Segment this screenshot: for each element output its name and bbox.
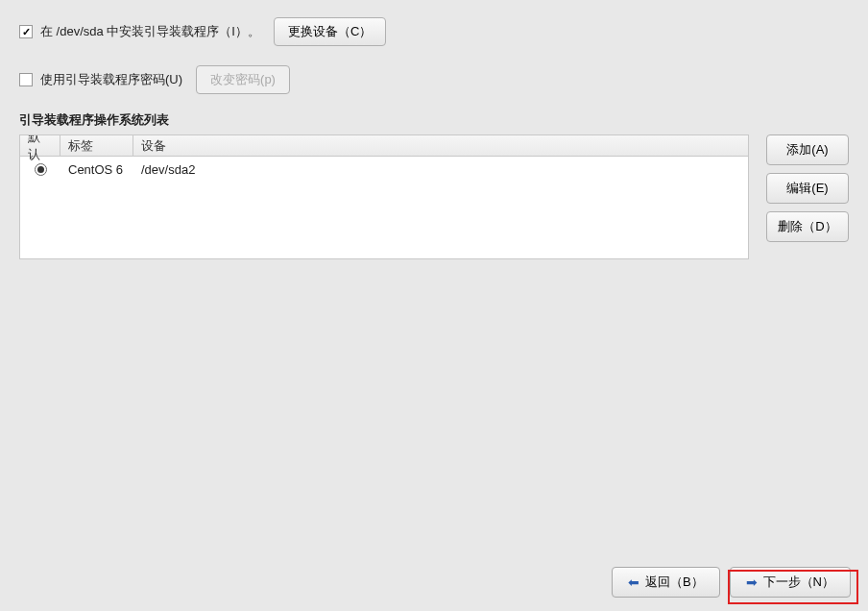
back-label: 返回（B） <box>645 574 704 591</box>
th-label[interactable]: 标签 <box>60 135 133 156</box>
arrow-left-icon: ⬅ <box>628 574 639 590</box>
os-list-title: 引导装载程序操作系统列表 <box>19 111 849 129</box>
checkbox-icon <box>19 25 33 38</box>
change-device-button[interactable]: 更换设备（C） <box>274 17 386 46</box>
next-button[interactable]: ➡ 下一步（N） <box>730 567 851 598</box>
install-bootloader-checkbox[interactable]: 在 /dev/sda 中安装引导装载程序（I）。 <box>19 23 260 40</box>
row-label: CentOS 6 <box>60 162 133 177</box>
use-password-checkbox[interactable]: 使用引导装载程序密码(U) <box>19 71 182 88</box>
delete-button[interactable]: 删除（D） <box>766 211 849 242</box>
th-default[interactable]: 默认 <box>20 135 60 156</box>
back-button[interactable]: ⬅ 返回（B） <box>612 567 720 598</box>
arrow-right-icon: ➡ <box>746 574 758 590</box>
row-device: /dev/sda2 <box>133 162 203 177</box>
next-label: 下一步（N） <box>763 574 834 591</box>
use-password-label: 使用引导装载程序密码(U) <box>40 71 182 88</box>
change-password-button: 改变密码(p) <box>196 65 290 94</box>
add-button[interactable]: 添加(A) <box>766 134 849 165</box>
checkbox-icon <box>19 73 33 86</box>
th-device[interactable]: 设备 <box>133 135 748 156</box>
install-bootloader-label: 在 /dev/sda 中安装引导装载程序（I）。 <box>40 23 260 40</box>
os-table[interactable]: 默认 标签 设备 CentOS 6 /dev/sda2 <box>19 134 749 259</box>
row-default-radio[interactable] <box>20 163 60 176</box>
edit-button[interactable]: 编辑(E) <box>766 173 849 204</box>
radio-icon <box>35 163 47 176</box>
table-row[interactable]: CentOS 6 /dev/sda2 <box>20 157 748 182</box>
table-header: 默认 标签 设备 <box>20 135 748 157</box>
